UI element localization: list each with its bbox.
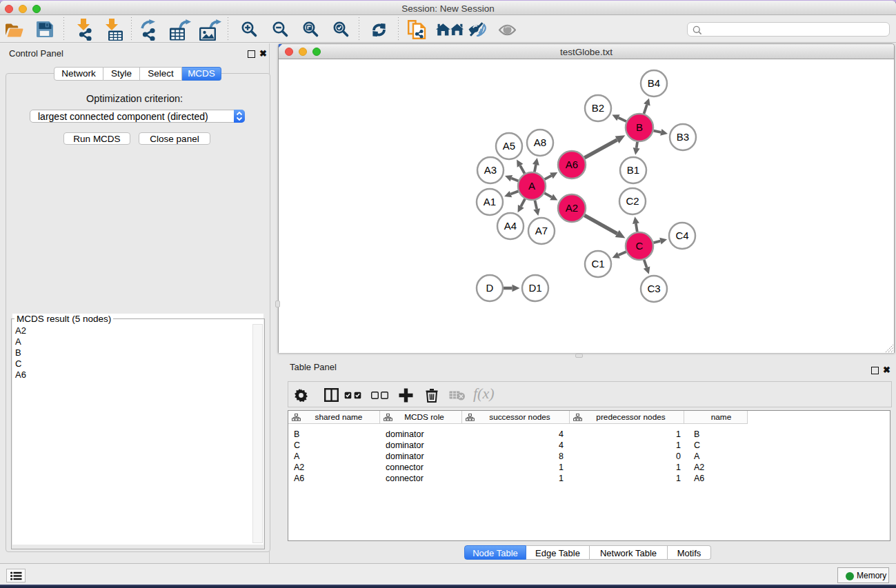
svg-text:A4: A4 [504, 220, 517, 232]
svg-text:D1: D1 [528, 282, 541, 294]
svg-text:B: B [636, 121, 643, 133]
svg-text:B3: B3 [677, 131, 689, 143]
svg-text:C: C [636, 240, 644, 252]
svg-text:A7: A7 [535, 225, 548, 236]
svg-text:B1: B1 [627, 164, 639, 176]
svg-text:D: D [486, 282, 494, 294]
svg-text:C4: C4 [675, 230, 688, 241]
svg-text:B4: B4 [648, 77, 660, 89]
svg-text:C2: C2 [626, 195, 639, 207]
svg-text:A1: A1 [484, 196, 496, 207]
svg-text:A6: A6 [566, 159, 578, 170]
svg-text:A2: A2 [566, 202, 578, 214]
svg-text:B2: B2 [592, 102, 604, 114]
svg-text:C3: C3 [647, 283, 660, 294]
svg-text:C1: C1 [591, 258, 604, 270]
svg-text:A5: A5 [503, 140, 515, 152]
svg-text:A8: A8 [534, 136, 546, 148]
svg-text:A: A [528, 180, 535, 192]
svg-text:A3: A3 [484, 164, 497, 176]
